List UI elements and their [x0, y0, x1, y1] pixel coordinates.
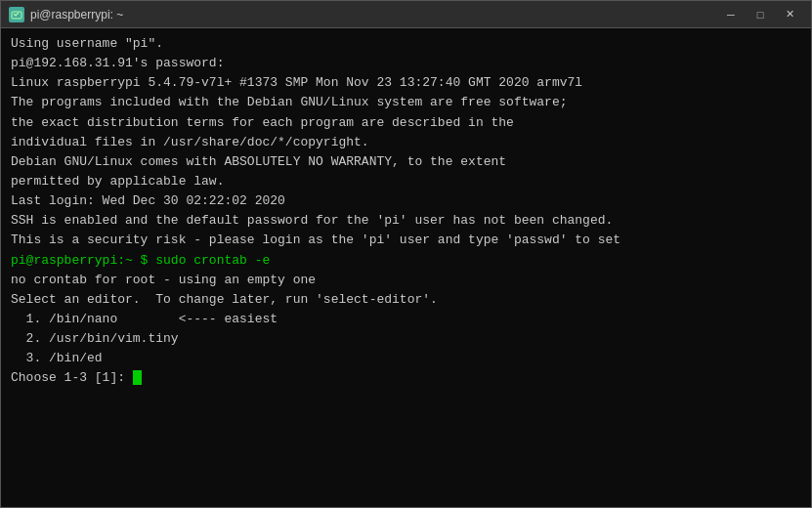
terminal-body[interactable]: Using username "pi".pi@192.168.31.91's p…: [1, 28, 811, 507]
app-icon: [9, 7, 24, 22]
terminal-line: Last login: Wed Dec 30 02:22:02 2020: [11, 191, 801, 211]
terminal-line: 2. /usr/bin/vim.tiny: [11, 329, 801, 349]
terminal-line: pi@192.168.31.91's password:: [11, 54, 801, 73]
minimize-button[interactable]: ─: [717, 5, 745, 24]
terminal-line: Linux raspberrypi 5.4.79-v7l+ #1373 SMP …: [11, 73, 801, 93]
terminal-window: pi@raspberrypi: ~ ─ □ ✕ Using username "…: [0, 0, 812, 508]
terminal-line: This is a security risk - please login a…: [11, 231, 801, 250]
terminal-line: Choose 1-3 [1]:: [11, 368, 801, 388]
terminal-line: individual files in /usr/share/doc/*/cop…: [11, 133, 801, 152]
close-button[interactable]: ✕: [776, 5, 803, 24]
terminal-cursor: [133, 370, 142, 385]
terminal-line: permitted by applicable law.: [11, 172, 801, 191]
window-controls: ─ □ ✕: [717, 5, 803, 24]
terminal-line: The programs included with the Debian GN…: [11, 93, 801, 112]
terminal-line: the exact distribution terms for each pr…: [11, 113, 801, 133]
terminal-line: pi@raspberrypi:~ $ sudo crontab -e: [11, 251, 801, 271]
terminal-line: SSH is enabled and the default password …: [11, 211, 801, 231]
window-title: pi@raspberrypi: ~: [30, 8, 123, 21]
terminal-line: Debian GNU/Linux comes with ABSOLUTELY N…: [11, 152, 801, 172]
terminal-line: no crontab for root - using an empty one: [11, 271, 801, 290]
terminal-line: Using username "pi".: [11, 34, 801, 54]
terminal-line: 3. /bin/ed: [11, 349, 801, 368]
titlebar-left: pi@raspberrypi: ~: [9, 7, 123, 22]
terminal-line: 1. /bin/nano <---- easiest: [11, 310, 801, 329]
terminal-line: Select an editor. To change later, run '…: [11, 290, 801, 310]
maximize-button[interactable]: □: [747, 5, 774, 24]
titlebar: pi@raspberrypi: ~ ─ □ ✕: [1, 1, 811, 28]
